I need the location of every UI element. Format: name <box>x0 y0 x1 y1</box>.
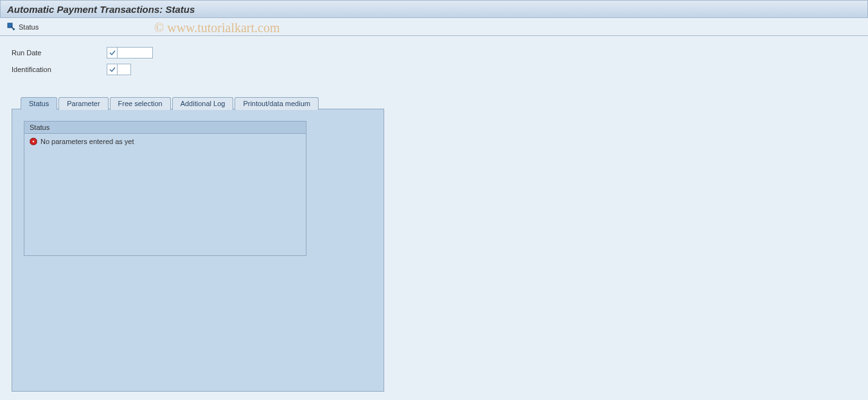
stop-icon <box>30 138 37 145</box>
toolbar: Status <box>0 18 868 36</box>
status-box: Status No parameters entered as yet <box>24 121 306 256</box>
tab-additional-log[interactable]: Additional Log <box>172 97 234 110</box>
run-date-input[interactable] <box>117 47 153 59</box>
tab-free-selection[interactable]: Free selection <box>110 97 171 110</box>
run-date-row: Run Date <box>12 45 856 60</box>
tab-status[interactable]: Status <box>21 97 57 110</box>
page-title: Automatic Payment Transactions: Status <box>7 4 195 15</box>
run-date-label: Run Date <box>12 49 107 57</box>
status-toolbar-button[interactable]: Status <box>6 22 39 32</box>
tab-body: Status No parameters entered as yet <box>12 109 384 392</box>
status-icon <box>6 22 17 32</box>
status-box-body: No parameters entered as yet <box>24 134 306 149</box>
svg-point-2 <box>33 141 35 143</box>
main-area: Run Date Identification Status Parameter… <box>0 36 868 400</box>
tab-strip: Status Parameter Free selection Addition… <box>21 96 856 109</box>
status-toolbar-label: Status <box>19 23 39 31</box>
identification-input[interactable] <box>117 64 131 75</box>
identification-row: Identification <box>12 62 856 77</box>
title-bar: Automatic Payment Transactions: Status <box>0 0 868 18</box>
identification-required-icon <box>107 64 117 75</box>
status-box-header: Status <box>24 122 306 134</box>
tab-parameter[interactable]: Parameter <box>58 97 108 110</box>
identification-label: Identification <box>12 66 107 73</box>
tab-printout-data-medium[interactable]: Printout/data medium <box>235 97 319 110</box>
status-message: No parameters entered as yet <box>40 138 134 145</box>
run-date-required-icon <box>107 47 117 59</box>
